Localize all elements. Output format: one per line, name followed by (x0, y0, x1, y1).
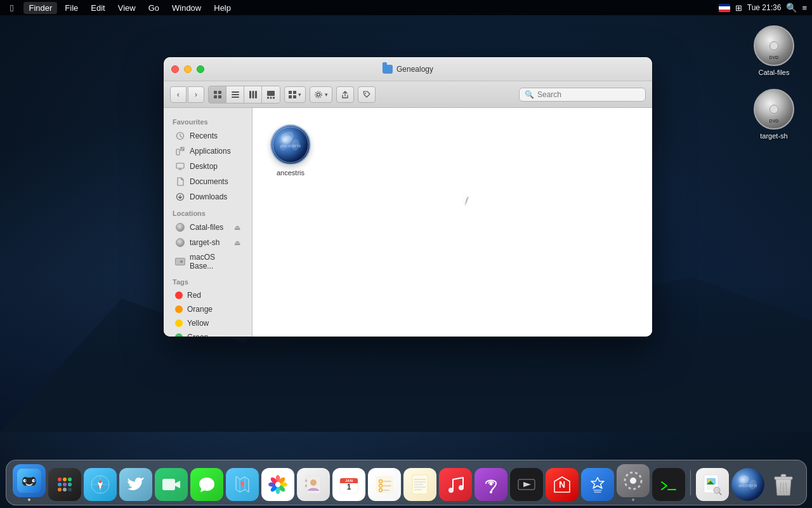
sidebar-item-downloads[interactable]: Downloads (166, 189, 249, 204)
facetime-icon-svg (161, 477, 181, 492)
sidebar-item-macos-base[interactable]: macOS Base... (166, 250, 249, 273)
view-options-dropdown[interactable]: ▾ (284, 86, 306, 103)
menubar-window[interactable]: Window (167, 2, 206, 14)
dock-launchpad-icon (48, 468, 81, 501)
target-sh-icon (754, 89, 794, 130)
contacts-icon-svg (304, 474, 323, 495)
window-minimize-button[interactable] (184, 65, 192, 73)
content-area[interactable]: ancestris ancestris (252, 108, 652, 337)
menubar-go[interactable]: Go (143, 2, 164, 14)
red-tag-dot (175, 291, 183, 299)
sidebar-item-tag-green[interactable]: Green (166, 330, 249, 337)
search-bar[interactable]: 🔍 (519, 88, 646, 102)
svg-point-65 (310, 479, 317, 486)
menubar-edit[interactable]: Edit (86, 2, 110, 14)
desktop-icon-target-sh[interactable]: target-sh (749, 89, 799, 140)
back-button[interactable]: ‹ (170, 86, 187, 103)
svg-point-46 (68, 488, 72, 491)
calendar-icon-svg: JAN 1 (339, 474, 359, 495)
ancestris-icon: ancestris (270, 124, 311, 165)
action-dropdown[interactable]: ▾ (310, 86, 332, 103)
sidebar-item-catal-files[interactable]: Catal-files ⏏ (166, 220, 249, 235)
view-gallery-btn[interactable] (262, 86, 280, 103)
display-icon: ⊞ (735, 3, 742, 13)
catal-files-eject-button[interactable]: ⏏ (234, 224, 240, 232)
dock-item-ancestris[interactable]: ancestris (731, 468, 764, 501)
language-flag[interactable] (719, 4, 730, 12)
dock-item-textedit[interactable] (403, 468, 436, 501)
dock-container: JAN 1 (0, 460, 812, 508)
sidebar-applications-label: Applications (190, 147, 231, 156)
tag-button[interactable] (358, 86, 376, 103)
view-column-btn[interactable] (244, 86, 262, 103)
svg-rect-23 (176, 163, 184, 168)
dock-item-launchpad[interactable] (48, 468, 81, 501)
dock-messages-icon (190, 468, 223, 501)
notification-icon[interactable]: ≡ (802, 3, 807, 13)
sidebar-item-tag-orange[interactable]: Orange (166, 302, 249, 316)
forward-button[interactable]: › (188, 86, 204, 103)
sidebar-item-tag-yellow[interactable]: Yellow (166, 316, 249, 330)
dock-ancestris-icon: ancestris (731, 468, 764, 501)
menubar-help[interactable]: Help (209, 2, 236, 14)
dock-item-terminal[interactable] (652, 468, 685, 501)
dock-item-system-preferences[interactable] (617, 464, 650, 501)
dock-item-twitter[interactable] (119, 468, 152, 501)
view-icon-btn[interactable] (209, 86, 226, 103)
sidebar-item-applications[interactable]: Applications (166, 144, 249, 159)
sidebar-documents-label: Documents (190, 177, 228, 186)
window-toolbar: ‹ › (164, 81, 652, 108)
dock-item-facetime[interactable] (155, 468, 188, 501)
dock-item-reminders[interactable] (368, 468, 401, 501)
svg-point-44 (58, 488, 62, 491)
dock-podcasts-icon (475, 468, 508, 501)
share-button[interactable] (336, 86, 354, 103)
desktop-icon-catal-files[interactable]: Catal-files (749, 25, 799, 76)
file-item-ancestris[interactable]: ancestris ancestris (265, 121, 316, 180)
svg-rect-0 (214, 91, 217, 94)
dock-item-calendar[interactable]: JAN 1 (332, 468, 365, 501)
dock-item-appstore[interactable] (581, 468, 614, 501)
dock-item-music[interactable] (439, 468, 472, 501)
dock-item-podcasts[interactable] (475, 468, 508, 501)
apple-menu[interactable]:  (5, 3, 18, 13)
dock-item-preview[interactable] (696, 468, 729, 501)
reminders-icon-svg (375, 475, 394, 494)
sidebar-item-target-sh[interactable]: target-sh ⏏ (166, 235, 249, 250)
view-list-btn[interactable] (226, 86, 244, 103)
svg-point-87 (459, 485, 464, 490)
recents-icon (175, 131, 185, 141)
svg-point-43 (68, 483, 72, 486)
svg-rect-8 (252, 91, 254, 98)
window-close-button[interactable] (171, 65, 179, 73)
window-maximize-button[interactable] (197, 65, 204, 73)
dock-item-safari[interactable] (84, 468, 117, 501)
dock-item-news[interactable]: N (546, 468, 579, 501)
sidebar-item-recents[interactable]: Recents (166, 128, 249, 144)
dock-item-finder[interactable] (13, 464, 46, 501)
dock-item-messages[interactable] (190, 468, 223, 501)
target-sh-label: target-sh (760, 132, 787, 140)
svg-point-63 (275, 482, 280, 487)
sidebar-tag-orange-label: Orange (187, 305, 213, 314)
sidebar: Favourites Recents Applicatio (164, 108, 252, 337)
menubar-view[interactable]: View (113, 2, 141, 14)
dock-item-maps[interactable] (226, 468, 259, 501)
svg-rect-1 (218, 91, 221, 94)
menubar-finder[interactable]: Finder (23, 2, 57, 14)
dock-item-contacts[interactable] (297, 468, 330, 501)
dock-item-trash[interactable] (767, 468, 800, 501)
share-icon (341, 90, 350, 99)
spotlight-icon[interactable]: 🔍 (786, 3, 797, 13)
svg-rect-14 (289, 91, 292, 94)
dock-trash-icon (767, 468, 800, 501)
sidebar-item-tag-red[interactable]: Red (166, 288, 249, 302)
dock-item-appletv[interactable] (510, 468, 543, 501)
target-sh-eject-button[interactable]: ⏏ (234, 239, 240, 247)
menubar-file[interactable]: File (60, 2, 83, 14)
dock-item-photos[interactable] (261, 468, 294, 501)
svg-text:ancestris: ancestris (738, 483, 757, 488)
search-input[interactable] (537, 90, 640, 99)
sidebar-item-desktop[interactable]: Desktop (166, 159, 249, 174)
sidebar-item-documents[interactable]: Documents (166, 174, 249, 189)
